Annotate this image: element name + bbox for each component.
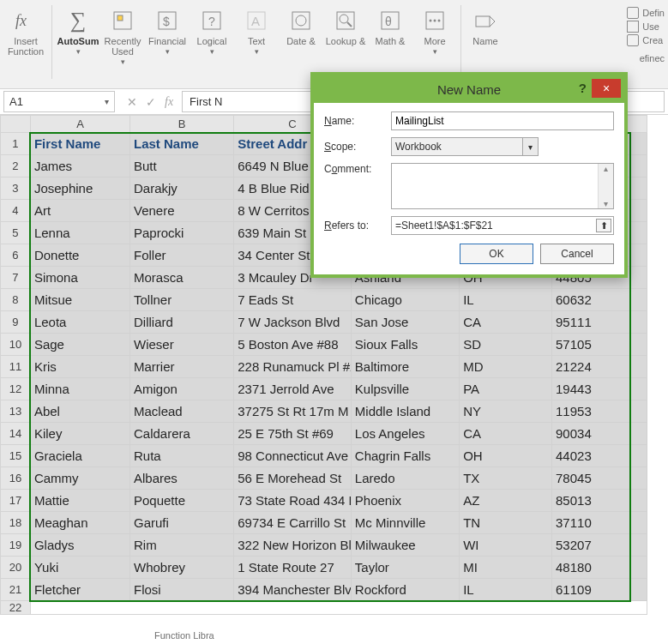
table-row[interactable]: 20YukiWhobrey1 State Route 27TaylorMI481…: [1, 557, 647, 579]
cell[interactable]: IL: [460, 579, 552, 601]
header-cell[interactable]: First Name: [30, 133, 129, 155]
col-header[interactable]: B: [130, 116, 234, 133]
cell[interactable]: 11953: [552, 400, 647, 423]
cell[interactable]: Mitsue: [30, 289, 129, 311]
cell[interactable]: Paprocki: [130, 222, 234, 244]
cell[interactable]: 322 New Horizon Bl: [234, 534, 352, 557]
row-header[interactable]: 9: [1, 311, 31, 334]
cell[interactable]: Fletcher: [30, 579, 129, 601]
table-row[interactable]: 11KrisMarrier228 Runamuck Pl #2Baltimore…: [1, 356, 647, 378]
cell[interactable]: Mattie: [30, 490, 129, 512]
table-row[interactable]: 8MitsueTollner7 Eads StChicagoIL60632: [1, 289, 647, 311]
cell[interactable]: 37110: [552, 512, 647, 534]
cell[interactable]: Caldarera: [130, 423, 234, 445]
row-header[interactable]: 2: [1, 155, 31, 178]
cell[interactable]: SD: [460, 334, 552, 356]
date-time-button[interactable]: Date &: [279, 5, 323, 65]
cell[interactable]: 60632: [552, 289, 647, 311]
row-header[interactable]: 12: [1, 378, 31, 400]
cell[interactable]: MI: [460, 557, 552, 579]
cell[interactable]: OH: [460, 445, 552, 467]
financial-button[interactable]: $ Financial ▾: [145, 5, 190, 65]
row-header[interactable]: 16: [1, 467, 31, 490]
row-header[interactable]: 21: [1, 579, 31, 601]
recently-used-button[interactable]: RecentlyUsed ▾: [100, 5, 145, 67]
cell[interactable]: Graciela: [30, 445, 129, 467]
cell[interactable]: Minna: [30, 378, 129, 400]
row-header[interactable]: 13: [1, 400, 31, 423]
autosum-button[interactable]: ∑ AutoSum ▾: [56, 5, 100, 65]
cell[interactable]: 48180: [552, 557, 647, 579]
cell[interactable]: 61109: [552, 579, 647, 601]
select-all-corner[interactable]: [1, 116, 31, 133]
row-header[interactable]: 7: [1, 267, 31, 289]
cell[interactable]: Marrier: [130, 356, 234, 378]
cell[interactable]: 85013: [552, 490, 647, 512]
insert-function-button[interactable]: fx InsertFunction: [3, 5, 48, 65]
cell[interactable]: Sage: [30, 334, 129, 356]
refers-to-input[interactable]: =Sheet1!$A$1:$F$21 ⬆: [391, 216, 614, 235]
cell[interactable]: 44023: [552, 445, 647, 467]
cell[interactable]: TN: [460, 512, 552, 534]
cell[interactable]: Chicago: [351, 289, 459, 311]
cell[interactable]: Kiley: [30, 423, 129, 445]
cell[interactable]: 19443: [552, 378, 647, 400]
scroll-up-icon[interactable]: ▴: [604, 164, 608, 173]
cell[interactable]: 2371 Jerrold Ave: [234, 378, 352, 400]
cell[interactable]: Flosi: [130, 579, 234, 601]
lookup-button[interactable]: Lookup &: [323, 5, 368, 65]
table-row[interactable]: 13AbelMaclead37275 St Rt 17m MMiddle Isl…: [1, 400, 647, 423]
cell[interactable]: CA: [460, 311, 552, 334]
cancel-formula-icon[interactable]: ✕: [127, 95, 137, 109]
define-name-button[interactable]: Defin: [627, 7, 665, 19]
table-row[interactable]: 10SageWieser5 Boston Ave #88Sioux FallsS…: [1, 334, 647, 356]
help-button[interactable]: ?: [579, 81, 587, 95]
cell[interactable]: Sioux Falls: [351, 334, 459, 356]
header-cell[interactable]: Last Name: [130, 133, 234, 155]
cell[interactable]: Yuki: [30, 557, 129, 579]
cell[interactable]: Simona: [30, 267, 129, 289]
cell[interactable]: Leota: [30, 311, 129, 334]
chevron-down-icon[interactable]: ▾: [105, 97, 109, 106]
cell[interactable]: Butt: [130, 155, 234, 178]
cell[interactable]: 56 E Morehead St: [234, 467, 352, 490]
cell[interactable]: Josephine: [30, 178, 129, 200]
cell[interactable]: Donette: [30, 244, 129, 267]
table-row[interactable]: 17MattiePoquette73 State Road 434 EPhoen…: [1, 490, 647, 512]
text-button[interactable]: A Text ▾: [234, 5, 279, 65]
cell[interactable]: Gladys: [30, 534, 129, 557]
more-functions-button[interactable]: More ▾: [412, 5, 457, 65]
cell[interactable]: Chagrin Falls: [351, 445, 459, 467]
row-header[interactable]: 1: [1, 133, 31, 155]
row-header[interactable]: 18: [1, 512, 31, 534]
cell[interactable]: 7 Eads St: [234, 289, 352, 311]
cell[interactable]: Maclead: [130, 400, 234, 423]
row-header[interactable]: 14: [1, 423, 31, 445]
cell[interactable]: NY: [460, 400, 552, 423]
cell[interactable]: PA: [460, 378, 552, 400]
cell[interactable]: Darakjy: [130, 178, 234, 200]
cell[interactable]: Ruta: [130, 445, 234, 467]
cell[interactable]: 394 Manchester Blv: [234, 579, 352, 601]
table-row[interactable]: 14KileyCaldarera25 E 75th St #69Los Ange…: [1, 423, 647, 445]
cell[interactable]: Dilliard: [130, 311, 234, 334]
dialog-titlebar[interactable]: New Name ? ×: [314, 75, 624, 103]
create-from-selection-button[interactable]: Crea: [627, 34, 665, 46]
table-row[interactable]: 15GracielaRuta98 Connecticut AveChagrin …: [1, 445, 647, 467]
fx-icon[interactable]: fx: [165, 95, 173, 109]
cell[interactable]: AZ: [460, 490, 552, 512]
cell[interactable]: Poquette: [130, 490, 234, 512]
row-header[interactable]: 8: [1, 289, 31, 311]
scrollbar[interactable]: ▴▾: [598, 164, 613, 208]
row-header[interactable]: 11: [1, 356, 31, 378]
row-header[interactable]: 3: [1, 178, 31, 200]
cell[interactable]: 37275 St Rt 17m M: [234, 400, 352, 423]
cell[interactable]: Laredo: [351, 467, 459, 490]
cell[interactable]: Venere: [130, 200, 234, 222]
range-picker-icon[interactable]: ⬆: [596, 219, 611, 232]
row-header[interactable]: 19: [1, 534, 31, 557]
cell[interactable]: 228 Runamuck Pl #2: [234, 356, 352, 378]
cell[interactable]: Lenna: [30, 222, 129, 244]
cell[interactable]: 5 Boston Ave #88: [234, 334, 352, 356]
name-box[interactable]: A1 ▾: [3, 91, 115, 112]
